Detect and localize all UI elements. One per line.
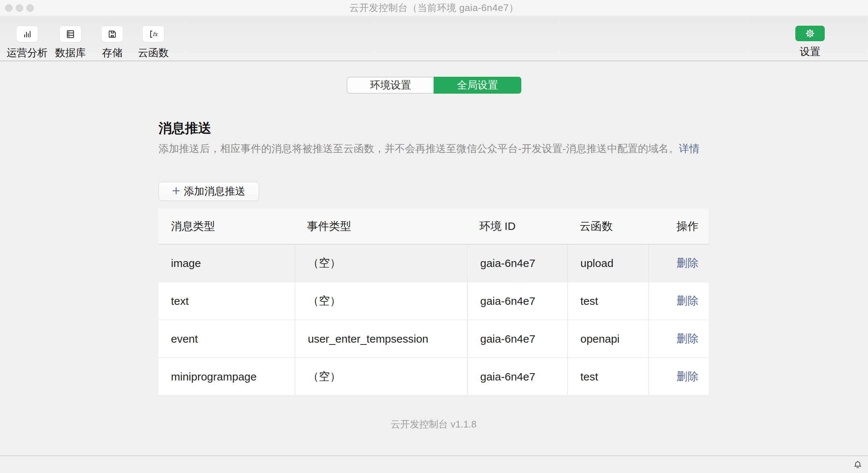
cell-message-type: text bbox=[158, 282, 295, 319]
bar-chart-icon bbox=[22, 29, 32, 39]
table-header-row: 消息类型 事件类型 环境 ID 云函数 操作 bbox=[158, 209, 709, 245]
header-event-type: 事件类型 bbox=[295, 209, 467, 244]
header-message-type: 消息类型 bbox=[158, 209, 295, 244]
toolbar-item-analytics: 运营分析 bbox=[6, 26, 48, 60]
toolbar-label-settings: 设置 bbox=[800, 45, 820, 59]
add-message-push-button[interactable]: + 添加消息推送 bbox=[158, 182, 259, 201]
cell-env-id: gaia-6n4e7 bbox=[467, 358, 567, 395]
cell-event-type: （空） bbox=[295, 358, 467, 395]
add-button-label: 添加消息推送 bbox=[184, 184, 245, 198]
cell-env-id: gaia-6n4e7 bbox=[467, 282, 567, 319]
cell-event-type: （空） bbox=[295, 282, 467, 319]
toolbar-item-database: 数据库 bbox=[48, 26, 92, 60]
bell-icon bbox=[852, 459, 864, 470]
table-row: image （空） gaia-6n4e7 upload 删除 bbox=[158, 245, 709, 282]
window-titlebar: 云开发控制台（当前环境 gaia-6n4e7） bbox=[0, 0, 868, 16]
toolbar-label-storage: 存储 bbox=[102, 46, 123, 60]
notification-bell-button[interactable] bbox=[852, 459, 864, 470]
toolbar-label-analytics: 运营分析 bbox=[7, 46, 48, 60]
toolbar-label-cloud-function: 云函数 bbox=[138, 46, 169, 60]
floppy-disk-icon bbox=[107, 29, 117, 39]
toolbar: 运营分析 数据库 bbox=[0, 16, 868, 61]
cell-cloud-function: test bbox=[567, 282, 648, 319]
toolbar-item-storage: 存储 bbox=[92, 26, 132, 60]
table-row: miniprogrampage （空） gaia-6n4e7 test 删除 bbox=[158, 358, 709, 396]
analytics-button[interactable] bbox=[16, 26, 38, 42]
toolbar-item-cloud-function: fx 云函数 bbox=[132, 26, 175, 60]
header-cloud-function: 云函数 bbox=[567, 209, 648, 244]
table-row: text （空） gaia-6n4e7 test 删除 bbox=[158, 282, 709, 320]
database-button[interactable] bbox=[59, 26, 81, 42]
cell-env-id: gaia-6n4e7 bbox=[467, 245, 567, 282]
page-title: 消息推送 bbox=[158, 120, 868, 136]
minimize-window-button[interactable] bbox=[16, 4, 23, 12]
gear-icon bbox=[804, 28, 816, 39]
function-fx-icon: fx bbox=[148, 29, 158, 39]
cell-cloud-function: openapi bbox=[567, 320, 648, 357]
toolbar-label-database: 数据库 bbox=[55, 46, 86, 60]
close-window-button[interactable] bbox=[5, 4, 12, 12]
description-text: 添加推送后，相应事件的消息将被推送至云函数，并不会再推送至微信公众平台-开发设置… bbox=[158, 143, 679, 154]
tab-global-settings[interactable]: 全局设置 bbox=[434, 77, 521, 94]
window-title: 云开发控制台（当前环境 gaia-6n4e7） bbox=[350, 1, 519, 14]
cell-cloud-function: upload bbox=[567, 245, 648, 282]
storage-button[interactable] bbox=[101, 26, 123, 42]
header-env-id: 环境 ID bbox=[467, 209, 567, 244]
message-push-table: 消息类型 事件类型 环境 ID 云函数 操作 image （空） gaia-6n… bbox=[158, 209, 709, 396]
plus-icon: + bbox=[172, 184, 180, 198]
zoom-window-button[interactable] bbox=[26, 4, 34, 12]
cell-event-type: （空） bbox=[295, 245, 467, 282]
header-actions: 操作 bbox=[648, 209, 709, 244]
settings-button[interactable] bbox=[795, 26, 825, 41]
cloud-function-button[interactable]: fx bbox=[142, 26, 164, 42]
cell-event-type: user_enter_tempsession bbox=[295, 320, 467, 357]
cell-message-type: image bbox=[158, 245, 295, 282]
delete-link[interactable]: 删除 bbox=[676, 293, 699, 308]
traffic-lights bbox=[5, 4, 34, 12]
cell-cloud-function: test bbox=[567, 358, 648, 395]
cell-message-type: event bbox=[158, 320, 295, 357]
delete-link[interactable]: 删除 bbox=[676, 369, 699, 384]
delete-link[interactable]: 删除 bbox=[676, 331, 699, 346]
version-text: 云开发控制台 v1.1.8 bbox=[158, 418, 709, 431]
toolbar-item-settings: 设置 bbox=[795, 26, 825, 59]
cell-message-type: miniprogrampage bbox=[158, 358, 295, 395]
tab-environment-settings[interactable]: 环境设置 bbox=[347, 77, 434, 94]
settings-scope-tabs: 环境设置 全局设置 bbox=[347, 77, 521, 94]
status-bar bbox=[0, 455, 868, 473]
main-content: 环境设置 全局设置 消息推送 添加推送后，相应事件的消息将被推送至云函数，并不会… bbox=[0, 77, 868, 431]
section-description: 添加推送后，相应事件的消息将被推送至云函数，并不会再推送至微信公众平台-开发设置… bbox=[158, 141, 868, 156]
delete-link[interactable]: 删除 bbox=[676, 256, 699, 271]
cell-env-id: gaia-6n4e7 bbox=[467, 320, 567, 357]
database-icon bbox=[65, 29, 76, 39]
svg-text:fx: fx bbox=[153, 31, 158, 37]
detail-link[interactable]: 详情 bbox=[679, 143, 700, 154]
table-row: event user_enter_tempsession gaia-6n4e7 … bbox=[158, 320, 709, 358]
